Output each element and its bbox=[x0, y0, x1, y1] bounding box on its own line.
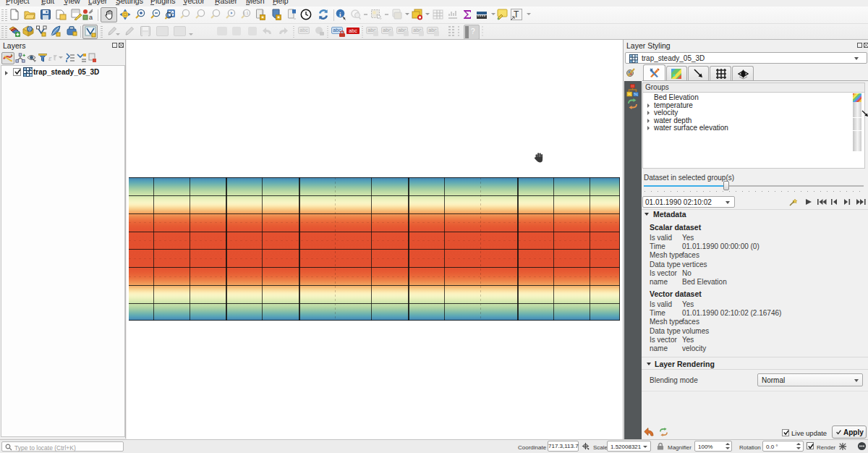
svg-text:a: a bbox=[89, 14, 93, 20]
svg-text:ε: ε bbox=[48, 54, 52, 62]
